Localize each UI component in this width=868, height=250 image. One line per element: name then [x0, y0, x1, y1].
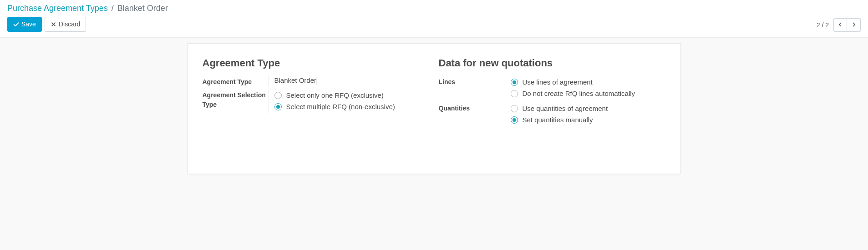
breadcrumb-parent-link[interactable]: Purchase Agreement Types: [7, 4, 108, 13]
radio-label: Select multiple RFQ (non-exclusive): [286, 103, 395, 110]
field-value-lines: Use lines of agreement Do not create RfQ…: [505, 75, 666, 100]
close-icon: [51, 21, 56, 27]
radio-label: Use quantities of agreement: [523, 105, 608, 112]
radio-icon: [274, 103, 282, 110]
field-label-lines: Lines: [439, 75, 505, 87]
chevron-left-icon: [838, 22, 843, 29]
radio-label: Do not create RfQ lines automatically: [523, 90, 635, 97]
radio-option-exclusive[interactable]: Select only one RFQ (exclusive): [274, 90, 430, 101]
control-right: 2 / 2: [817, 18, 861, 32]
control-panel: Purchase Agreement Types / Blanket Order…: [0, 0, 868, 38]
discard-button[interactable]: Discard: [45, 17, 86, 32]
radio-option-use-quantities[interactable]: Use quantities of agreement: [511, 103, 666, 114]
field-value-quantities: Use quantities of agreement Set quantiti…: [505, 102, 666, 126]
pager-text[interactable]: 2 / 2: [817, 21, 829, 29]
radio-icon: [511, 105, 518, 112]
form-col-left: Agreement Type Agreement Type Blanket Or…: [203, 57, 430, 128]
control-left: Purchase Agreement Types / Blanket Order…: [7, 4, 168, 32]
agreement-type-input[interactable]: Blanket Order: [274, 75, 317, 85]
section-title-agreement-type: Agreement Type: [203, 57, 430, 69]
field-value-agreement-type: Blanket Order: [269, 75, 430, 86]
button-row: Save Discard: [7, 17, 168, 32]
breadcrumb: Purchase Agreement Types / Blanket Order: [7, 4, 168, 13]
pager-button-group: [833, 18, 861, 32]
radio-option-non-exclusive[interactable]: Select multiple RFQ (non-exclusive): [274, 101, 430, 112]
radio-option-no-rfq-lines[interactable]: Do not create RfQ lines automatically: [511, 88, 666, 99]
form-col-right: Data for new quotations Lines Use lines …: [439, 57, 666, 128]
radio-option-use-lines[interactable]: Use lines of agreement: [511, 76, 666, 88]
text-cursor: [316, 77, 316, 85]
form-sheet: Agreement Type Agreement Type Blanket Or…: [188, 43, 681, 174]
section-title-new-quotations: Data for new quotations: [439, 57, 666, 69]
breadcrumb-separator: /: [112, 4, 114, 13]
field-row-lines: Lines Use lines of agreement Do not crea…: [439, 75, 666, 100]
save-button-label: Save: [21, 20, 36, 29]
field-row-quantities: Quantities Use quantities of agreement S…: [439, 102, 666, 126]
radio-icon: [511, 79, 518, 86]
field-row-agreement-type: Agreement Type Blanket Order: [203, 75, 430, 87]
agreement-type-input-wrapper[interactable]: Blanket Order: [274, 76, 317, 85]
field-label-selection-type: Agreement Selection Type: [203, 89, 269, 110]
pager-prev-button[interactable]: [833, 18, 847, 32]
radio-label: Use lines of agreement: [523, 78, 593, 86]
form-columns: Agreement Type Agreement Type Blanket Or…: [203, 57, 666, 128]
discard-button-label: Discard: [59, 20, 80, 29]
field-row-selection-type: Agreement Selection Type Select only one…: [203, 89, 430, 113]
field-label-quantities: Quantities: [439, 102, 505, 113]
field-value-selection-type: Select only one RFQ (exclusive) Select m…: [269, 89, 430, 113]
chevron-right-icon: [851, 22, 857, 29]
breadcrumb-current: Blanket Order: [117, 4, 168, 13]
field-label-agreement-type: Agreement Type: [203, 75, 269, 87]
radio-icon: [274, 92, 282, 99]
radio-icon: [511, 116, 518, 124]
save-button[interactable]: Save: [7, 17, 42, 32]
radio-icon: [511, 90, 518, 97]
pager-next-button[interactable]: [847, 18, 861, 32]
radio-label: Select only one RFQ (exclusive): [286, 91, 384, 99]
radio-option-manual-quantities[interactable]: Set quantities manually: [511, 114, 666, 125]
check-icon: [13, 21, 19, 27]
content-area: Agreement Type Agreement Type Blanket Or…: [0, 38, 868, 192]
radio-label: Set quantities manually: [523, 116, 593, 124]
